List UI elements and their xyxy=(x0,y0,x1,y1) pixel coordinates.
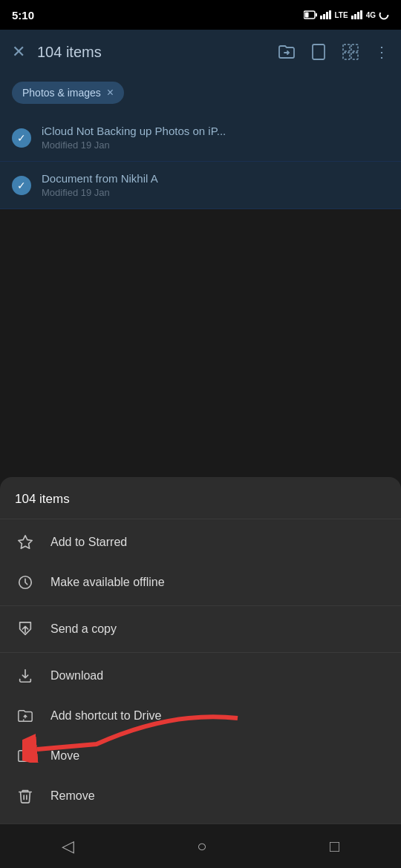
starred-label: Add to Starred xyxy=(50,536,127,549)
move-icon xyxy=(15,748,36,764)
items-count-label: 104 items xyxy=(37,44,266,61)
shortcut-label: Add shortcut to Drive xyxy=(50,709,161,723)
svg-rect-15 xyxy=(343,53,350,59)
download-label: Download xyxy=(50,669,103,683)
file-checkbox-1[interactable]: ✓ xyxy=(12,128,31,148)
file-info-1: iCloud Not Backing up Photos on iP... Mo… xyxy=(42,125,389,151)
menu-item-shortcut[interactable]: Add shortcut to Drive xyxy=(0,696,401,736)
file-item-2[interactable]: ✓ Document from Nikhil A Modified 19 Jan xyxy=(0,162,401,209)
status-time: 5:10 xyxy=(12,9,34,22)
svg-rect-3 xyxy=(320,16,322,19)
file-date-1: Modified 19 Jan xyxy=(42,139,389,151)
filter-chip-label: Photos & images xyxy=(22,87,101,99)
4g-icon: 4G xyxy=(366,11,376,19)
sheet-title: 104 items xyxy=(15,492,70,506)
file-item-1[interactable]: ✓ iCloud Not Backing up Photos on iP... … xyxy=(0,114,401,162)
file-checkbox-2[interactable]: ✓ xyxy=(12,176,31,195)
menu-item-remove[interactable]: Remove xyxy=(0,776,401,816)
shortcut-icon xyxy=(15,708,36,724)
filter-bar: Photos & images × xyxy=(0,74,401,114)
file-date-2: Modified 19 Jan xyxy=(42,187,389,198)
bottom-sheet: 104 items Add to Starred Make available … xyxy=(0,477,401,823)
svg-rect-4 xyxy=(323,14,325,19)
divider-2 xyxy=(0,652,401,653)
nav-home-button[interactable]: ○ xyxy=(197,837,206,856)
svg-rect-16 xyxy=(351,53,358,59)
menu-item-starred[interactable]: Add to Starred xyxy=(0,522,401,562)
filter-chip-close[interactable]: × xyxy=(107,86,114,99)
sendcopy-label: Send a copy xyxy=(50,622,117,636)
file-list: ✓ iCloud Not Backing up Photos on iP... … xyxy=(0,114,401,209)
starred-icon xyxy=(15,534,36,550)
battery-icon xyxy=(304,10,317,19)
menu-item-sendcopy[interactable]: Send a copy xyxy=(0,609,401,649)
svg-rect-14 xyxy=(351,45,358,51)
download-icon xyxy=(15,668,36,684)
file-name-1: iCloud Not Backing up Photos on iP... xyxy=(42,125,389,137)
nav-back-button[interactable]: ◁ xyxy=(62,837,74,856)
svg-rect-9 xyxy=(357,12,359,19)
svg-rect-13 xyxy=(343,45,350,51)
top-bar: ✕ 104 items ⋮ xyxy=(0,30,401,74)
svg-rect-10 xyxy=(360,10,362,19)
svg-rect-1 xyxy=(316,13,317,17)
status-bar: 5:10 LTE 4G xyxy=(0,0,401,30)
status-icons: LTE 4G xyxy=(304,10,390,20)
file-name-2: Document from Nikhil A xyxy=(42,172,389,185)
svg-rect-5 xyxy=(326,12,328,19)
rectangle-icon[interactable] xyxy=(310,43,327,61)
move-label: Move xyxy=(50,749,79,763)
nav-recents-button[interactable]: □ xyxy=(330,837,339,856)
svg-rect-7 xyxy=(351,16,353,19)
signal-icon xyxy=(320,10,332,19)
remove-icon xyxy=(15,788,36,804)
photos-filter-chip[interactable]: Photos & images × xyxy=(12,82,124,104)
svg-rect-12 xyxy=(313,45,325,59)
offline-label: Make available offline xyxy=(50,576,165,589)
menu-item-offline[interactable]: Make available offline xyxy=(0,562,401,602)
divider-1 xyxy=(0,605,401,606)
menu-item-move[interactable]: Move xyxy=(0,736,401,776)
nav-bar: ◁ ○ □ xyxy=(0,823,401,868)
signal2-icon xyxy=(351,10,363,19)
offline-icon xyxy=(15,574,36,591)
checkmark-icon-2: ✓ xyxy=(17,180,26,191)
svg-rect-2 xyxy=(304,13,308,18)
top-bar-actions: ⋮ xyxy=(278,43,389,61)
circle-icon xyxy=(379,10,389,20)
menu-item-download[interactable]: Download xyxy=(0,656,401,696)
svg-rect-8 xyxy=(354,14,356,19)
select-all-icon[interactable] xyxy=(342,43,359,61)
move-to-folder-icon[interactable] xyxy=(278,43,296,61)
sendcopy-icon xyxy=(15,621,36,637)
close-button[interactable]: ✕ xyxy=(12,42,25,62)
checkmark-icon-1: ✓ xyxy=(17,132,26,144)
svg-point-11 xyxy=(380,11,388,19)
more-options-button[interactable]: ⋮ xyxy=(374,43,389,61)
file-info-2: Document from Nikhil A Modified 19 Jan xyxy=(42,172,389,198)
svg-rect-6 xyxy=(329,10,331,19)
lte-icon: LTE xyxy=(335,11,348,19)
sheet-header: 104 items xyxy=(0,477,401,519)
remove-label: Remove xyxy=(50,789,95,803)
